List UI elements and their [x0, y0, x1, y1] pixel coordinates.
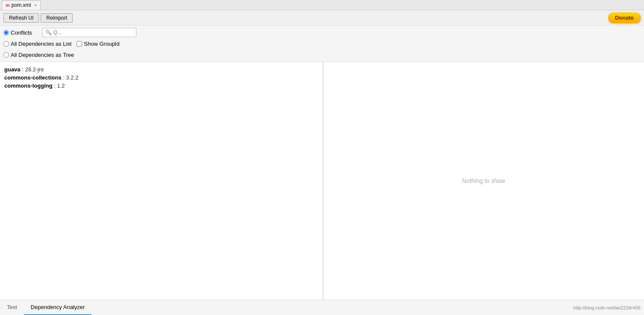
list-item[interactable]: guava : 28.2-jre: [4, 65, 319, 74]
all-deps-list-radio[interactable]: [3, 41, 9, 47]
status-bar: Text Dependency Analyzer http://blog.csd…: [0, 300, 644, 315]
tab-bar: m pom.xml ×: [0, 0, 644, 10]
all-deps-tree-radio-label[interactable]: All Dependencies as Tree: [3, 52, 74, 58]
tab-close-button[interactable]: ×: [34, 3, 37, 8]
pom-xml-tab[interactable]: m pom.xml ×: [2, 0, 41, 10]
dep-name: commons-collections: [4, 74, 62, 81]
dep-version: : 1.2: [53, 82, 65, 89]
refresh-ui-button[interactable]: Refresh UI: [3, 13, 39, 23]
list-item[interactable]: commons-logging : 1.2: [4, 82, 319, 90]
dep-name: commons-logging: [4, 82, 53, 89]
dep-name: guava: [4, 66, 21, 73]
options-row-3: All Dependencies as Tree: [3, 50, 641, 60]
conflicts-radio[interactable]: [3, 30, 9, 35]
toolbar: Refresh UI Reimport Donate: [0, 10, 644, 26]
show-groupid-label: Show GroupId: [84, 41, 119, 47]
options-row-1: Conflicts 🔍: [3, 27, 641, 38]
dep-version: : 28.2-jre: [21, 66, 44, 73]
conflicts-label: Conflicts: [11, 29, 32, 36]
tab-dependency-analyzer[interactable]: Dependency Analyzer: [24, 300, 92, 315]
status-tabs: Text Dependency Analyzer: [0, 300, 92, 315]
tab-text[interactable]: Text: [0, 300, 24, 315]
toolbar-left: Refresh UI Reimport: [3, 13, 73, 23]
all-deps-list-radio-label[interactable]: All Dependencies as List: [3, 41, 71, 47]
tab-maven-icon: m: [6, 3, 10, 8]
tab-filename: pom.xml: [12, 2, 31, 8]
all-deps-tree-radio[interactable]: [3, 52, 9, 58]
options-row-2: All Dependencies as List Show GroupId: [3, 38, 641, 49]
options-bar: Conflicts 🔍 All Dependencies as List Sho…: [0, 26, 644, 62]
dep-version: : 3.2.2: [62, 74, 79, 81]
show-groupid-checkbox-label[interactable]: Show GroupId: [77, 41, 119, 47]
search-icon: 🔍: [45, 29, 52, 35]
list-item[interactable]: commons-collections : 3.2.2: [4, 74, 319, 82]
search-input[interactable]: [53, 29, 133, 35]
show-groupid-checkbox[interactable]: [77, 41, 82, 47]
right-panel: Nothing to show: [323, 62, 644, 300]
all-deps-tree-label: All Dependencies as Tree: [11, 52, 74, 58]
reimport-button[interactable]: Reimport: [41, 13, 73, 23]
all-deps-list-label: All Dependencies as List: [11, 41, 71, 47]
search-box[interactable]: 🔍: [42, 28, 136, 37]
status-url: http://blog.csdn.net/lari2234r456: [573, 300, 644, 315]
left-panel: guava : 28.2-jre commons-collections : 3…: [0, 62, 323, 300]
donate-button[interactable]: Donate: [608, 12, 641, 23]
main-content: guava : 28.2-jre commons-collections : 3…: [0, 62, 644, 300]
conflicts-radio-label[interactable]: Conflicts: [3, 29, 32, 36]
empty-message: Nothing to show: [462, 177, 505, 184]
